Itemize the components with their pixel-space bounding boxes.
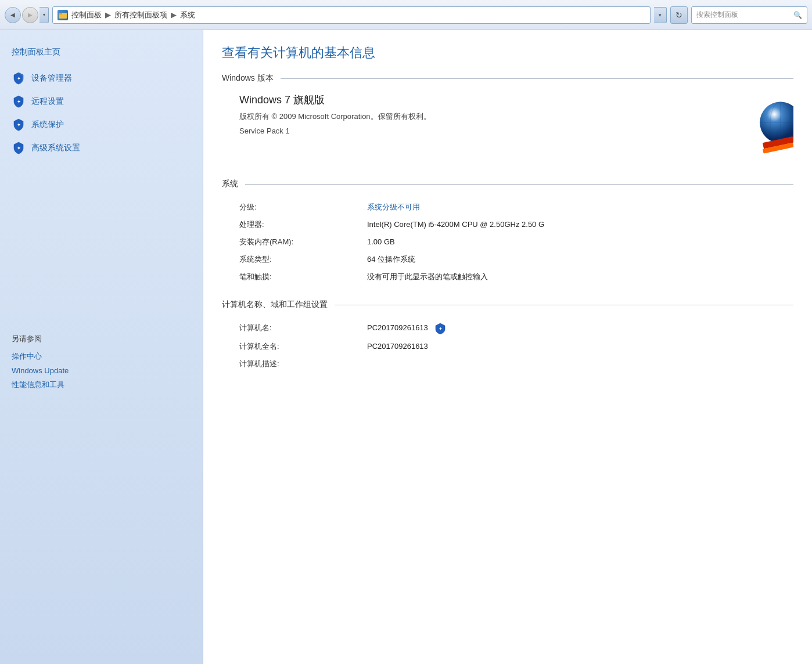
history-dropdown[interactable]: ▾ xyxy=(39,7,49,23)
svg-text:✦: ✦ xyxy=(17,122,21,128)
shield-icon-advanced: ✦ xyxy=(12,141,26,155)
sidebar-home: 控制面板主页 xyxy=(0,42,203,67)
value-pen-touch: 没有可用于此显示器的笔或触控输入 xyxy=(367,272,776,282)
windows-version-header: Windows 版本 xyxy=(222,73,793,84)
sidebar-label-remote: 远程设置 xyxy=(31,96,64,107)
sidebar: 控制面板主页 ✦ 设备管理器 ✦ 远程设置 ✦ 系统保护 xyxy=(0,30,203,664)
sidebar-item-remote[interactable]: ✦ 远程设置 xyxy=(0,90,203,113)
shield-icon-protection: ✦ xyxy=(12,118,26,132)
label-computer-fullname: 计算机全名: xyxy=(239,341,367,352)
shield-icon-remote: ✦ xyxy=(12,95,26,109)
content-area: 查看有关计算机的基本信息 Windows 版本 Windows 7 旗舰版 版权… xyxy=(203,30,812,664)
search-field[interactable]: 搜索控制面板 🔍 xyxy=(691,6,807,24)
label-ram: 安装内存(RAM): xyxy=(239,237,367,247)
windows-copyright: 版权所有 © 2009 Microsoft Corporation。保留所有权利… xyxy=(239,111,735,122)
table-row: 安装内存(RAM): 1.00 GB xyxy=(222,233,793,251)
computer-section-header: 计算机名称、域和工作组设置 xyxy=(222,299,793,310)
table-row: 笔和触摸: 没有可用于此显示器的笔或触控输入 xyxy=(222,268,793,286)
address-bar: ◀ ▶ ▾ 控制面板 ▶ 所有控制面板项 ▶ 系统 ▾ ↻ 搜索控制面板 🔍 xyxy=(0,0,812,30)
sidebar-link-performance[interactable]: 性能信息和工具 xyxy=(0,377,203,392)
value-ram: 1.00 GB xyxy=(367,237,776,246)
table-row: 计算机名: PC201709261613 ✦ xyxy=(222,319,793,338)
windows-info: Windows 7 旗舰版 版权所有 © 2009 Microsoft Corp… xyxy=(222,93,793,174)
breadcrumb-part2[interactable]: 所有控制面板项 xyxy=(114,10,167,20)
table-row: 处理器: Intel(R) Core(TM) i5-4200M CPU @ 2.… xyxy=(222,216,793,233)
svg-text:✦: ✦ xyxy=(439,326,443,331)
sidebar-label-device-manager: 设备管理器 xyxy=(31,73,72,84)
refresh-icon: ↻ xyxy=(676,10,682,20)
back-button[interactable]: ◀ xyxy=(5,7,21,23)
computer-info-section: 计算机名: PC201709261613 ✦ 计算机全名: PC20170926… xyxy=(222,319,793,373)
computer-section-label: 计算机名称、域和工作组设置 xyxy=(222,299,335,310)
system-info-section: 分级: 系统分级不可用 处理器: Intel(R) Core(TM) i5-42… xyxy=(222,199,793,286)
folder-icon xyxy=(58,10,68,20)
address-dropdown-button[interactable]: ▾ xyxy=(654,7,667,23)
separator-2: ▶ xyxy=(171,10,177,19)
windows-text-block: Windows 7 旗舰版 版权所有 © 2009 Microsoft Corp… xyxy=(222,93,747,135)
sidebar-item-advanced[interactable]: ✦ 高级系统设置 xyxy=(0,136,203,160)
windows-version-label: Windows 版本 xyxy=(222,73,281,84)
nav-buttons: ◀ ▶ ▾ xyxy=(5,7,49,23)
table-row: 分级: 系统分级不可用 xyxy=(222,199,793,216)
label-rating: 分级: xyxy=(239,202,367,212)
address-field[interactable]: 控制面板 ▶ 所有控制面板项 ▶ 系统 xyxy=(52,6,651,24)
shield-icon-device: ✦ xyxy=(12,71,26,85)
sidebar-link-action-center[interactable]: 操作中心 xyxy=(0,349,203,364)
section-divider-system xyxy=(245,184,793,185)
separator-1: ▶ xyxy=(105,10,111,19)
label-pen-touch: 笔和触摸: xyxy=(239,272,367,282)
label-computer-name: 计算机名: xyxy=(239,323,367,333)
table-row: 计算机全名: PC201709261613 xyxy=(222,338,793,355)
svg-text:✦: ✦ xyxy=(17,99,21,104)
table-row: 系统类型: 64 位操作系统 xyxy=(222,251,793,268)
table-row: 计算机描述: xyxy=(222,355,793,373)
shield-small-icon: ✦ xyxy=(434,323,446,334)
breadcrumb-part3[interactable]: 系统 xyxy=(180,10,195,20)
sidebar-item-device-manager[interactable]: ✦ 设备管理器 xyxy=(0,67,203,90)
windows-logo xyxy=(747,93,793,163)
sidebar-link-windows-update[interactable]: Windows Update xyxy=(0,364,203,377)
sidebar-label-protection: 系统保护 xyxy=(31,120,64,130)
windows-service-pack: Service Pack 1 xyxy=(239,127,735,135)
search-icon: 🔍 xyxy=(793,11,802,19)
svg-text:✦: ✦ xyxy=(17,146,21,151)
sidebar-also-see: 另请参阅 操作中心 Windows Update 性能信息和工具 xyxy=(0,322,203,392)
win7-logo-svg xyxy=(747,93,793,163)
label-processor: 处理器: xyxy=(239,219,367,230)
svg-rect-1 xyxy=(59,13,62,15)
system-section-label: 系统 xyxy=(222,179,245,189)
main-layout: 控制面板主页 ✦ 设备管理器 ✦ 远程设置 ✦ 系统保护 xyxy=(0,30,812,664)
svg-text:✦: ✦ xyxy=(17,76,21,81)
value-rating[interactable]: 系统分级不可用 xyxy=(367,202,776,212)
label-system-type: 系统类型: xyxy=(239,254,367,265)
system-section-header: 系统 xyxy=(222,179,793,189)
label-computer-desc: 计算机描述: xyxy=(239,359,367,369)
page-title: 查看有关计算机的基本信息 xyxy=(222,44,793,62)
forward-button[interactable]: ▶ xyxy=(22,7,38,23)
refresh-button[interactable]: ↻ xyxy=(670,6,688,24)
section-divider-windows xyxy=(281,78,793,79)
value-system-type: 64 位操作系统 xyxy=(367,254,776,265)
value-computer-fullname: PC201709261613 xyxy=(367,342,776,351)
sidebar-home-link[interactable]: 控制面板主页 xyxy=(12,47,60,56)
breadcrumb-part1[interactable]: 控制面板 xyxy=(71,10,102,20)
section-divider-computer xyxy=(335,305,793,305)
also-see-title: 另请参阅 xyxy=(0,322,203,349)
sidebar-label-advanced: 高级系统设置 xyxy=(31,143,80,153)
value-computer-name: PC201709261613 ✦ xyxy=(367,323,776,334)
value-processor: Intel(R) Core(TM) i5-4200M CPU @ 2.50GHz… xyxy=(367,220,776,229)
sidebar-item-protection[interactable]: ✦ 系统保护 xyxy=(0,113,203,136)
windows-edition: Windows 7 旗舰版 xyxy=(239,93,735,107)
search-placeholder: 搜索控制面板 xyxy=(696,10,738,20)
